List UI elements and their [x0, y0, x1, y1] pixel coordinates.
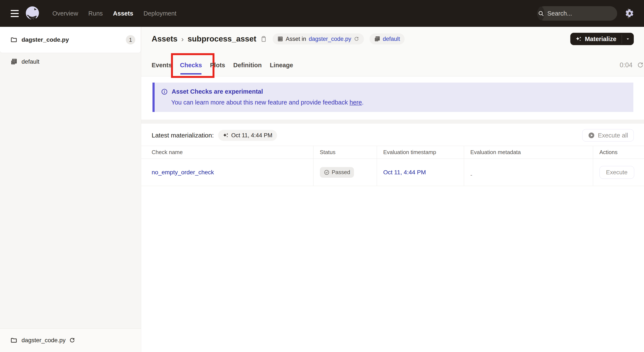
materialize-split-button: Materialize	[570, 33, 634, 45]
gear-icon[interactable]	[624, 8, 634, 18]
latest-materialization-label: Latest materialization:	[152, 132, 214, 139]
execute-all-label: Execute all	[598, 132, 628, 139]
search-box[interactable]: /	[537, 6, 617, 21]
banner-body: You can learn more about this new featur…	[171, 99, 627, 106]
table-header-row: Check name Status Evaluation timestamp E…	[141, 146, 644, 159]
breadcrumb-assets-link[interactable]: Assets	[152, 34, 178, 43]
search-input[interactable]	[547, 10, 628, 17]
column-check-name: Check name	[141, 146, 313, 159]
sidebar-item-label: dagster_code.py	[22, 36, 69, 43]
evaluation-metadata-value: -	[464, 159, 593, 186]
sidebar-item-label: default	[22, 58, 40, 65]
sidebar-code-location[interactable]: dagster_code.py	[0, 328, 141, 352]
nav-right: /	[537, 6, 634, 21]
breadcrumb: Assets › subprocess_asset Asset in dagst…	[152, 33, 634, 45]
check-circle-icon	[324, 169, 330, 175]
refresh-icon[interactable]	[637, 61, 644, 69]
tab-plots[interactable]: Plots	[210, 54, 225, 76]
asset-definition-chip[interactable]: Asset in dagster_code.py	[272, 33, 364, 44]
reload-icon[interactable]	[69, 337, 76, 344]
code-location-label: dagster_code.py	[22, 337, 66, 344]
materialization-timestamp-chip[interactable]: Oct 11, 4:44 PM	[218, 130, 277, 141]
sidebar-item-dagster-code[interactable]: dagster_code.py 1	[0, 27, 141, 53]
column-actions: Actions	[593, 146, 644, 159]
nav-item-deployment[interactable]: Deployment	[144, 10, 176, 17]
check-name-link[interactable]: no_empty_order_check	[152, 169, 214, 176]
main-content: Assets › subprocess_asset Asset in dagst…	[141, 27, 644, 352]
section-divider	[141, 120, 644, 124]
page-title: subprocess_asset	[188, 34, 256, 43]
column-evaluation-timestamp: Evaluation timestamp	[377, 146, 464, 159]
nav-item-assets[interactable]: Assets	[113, 10, 133, 17]
info-icon	[161, 88, 168, 95]
evaluation-timestamp-link[interactable]: Oct 11, 4:44 PM	[383, 169, 426, 176]
hamburger-menu-icon[interactable]	[11, 10, 19, 17]
banner-body-text: You can learn more about this new featur…	[171, 99, 350, 106]
refresh-timer: 0:04	[620, 54, 644, 76]
asset-tabs: Events Checks Plots Definition Lineage	[152, 54, 634, 76]
asset-sidebar: dagster_code.py 1 default dagster_code.p…	[0, 27, 141, 352]
materialization-timestamp: Oct 11, 4:44 PM	[231, 132, 272, 139]
group-chip-link[interactable]: default	[383, 36, 400, 42]
status-label: Passed	[332, 169, 350, 176]
tab-definition[interactable]: Definition	[233, 54, 262, 76]
checks-table: Check name Status Evaluation timestamp E…	[141, 146, 644, 186]
execute-all-button[interactable]: Execute all	[582, 129, 634, 141]
asset-group-icon	[10, 58, 17, 65]
chevron-down-icon	[625, 36, 630, 42]
nav-links: Overview Runs Assets Deployment	[52, 10, 176, 17]
table-row: no_empty_order_check Passed Oct 11, 4:44…	[141, 159, 644, 186]
tab-checks-label: Checks	[180, 62, 202, 69]
asset-group-chip[interactable]: default	[370, 33, 405, 44]
materialize-button[interactable]: Materialize	[570, 33, 622, 45]
tab-lineage[interactable]: Lineage	[270, 54, 293, 76]
asset-count-badge: 1	[126, 35, 135, 44]
execute-button[interactable]: Execute	[600, 166, 634, 179]
feedback-link[interactable]: here	[350, 99, 362, 106]
sparkle-icon	[576, 36, 582, 42]
refresh-icon[interactable]	[354, 36, 359, 42]
timer-value: 0:04	[620, 61, 632, 69]
sparkle-icon	[223, 133, 229, 138]
materialize-dropdown-button[interactable]	[622, 33, 634, 45]
top-nav: Overview Runs Assets Deployment /	[0, 0, 644, 27]
asset-group-icon	[374, 36, 380, 42]
table-icon	[277, 36, 283, 42]
sidebar-item-default-group[interactable]: default	[0, 53, 141, 70]
status-badge: Passed	[320, 167, 354, 178]
experimental-banner: Asset Checks are experimental You can le…	[152, 83, 633, 112]
search-icon	[538, 6, 544, 20]
column-status: Status	[313, 146, 377, 159]
dagster-app: Overview Runs Assets Deployment / dagste	[0, 0, 644, 352]
latest-materialization-row: Latest materialization: Oct 11, 4:44 PM …	[141, 124, 644, 146]
banner-section: Asset Checks are experimental You can le…	[141, 76, 644, 120]
folder-icon	[10, 36, 17, 43]
asset-chip-prefix: Asset in	[286, 36, 306, 42]
breadcrumb-separator: ›	[181, 35, 184, 43]
tab-checks[interactable]: Checks	[180, 54, 202, 76]
column-evaluation-metadata: Evaluation metadata	[464, 146, 593, 159]
checks-section: Latest materialization: Oct 11, 4:44 PM …	[141, 124, 644, 186]
copy-icon[interactable]	[260, 35, 267, 42]
banner-title: Asset Checks are experimental	[172, 88, 263, 95]
materialize-label: Materialize	[585, 35, 616, 42]
active-tab-underline	[180, 73, 202, 74]
dagster-logo[interactable]	[25, 6, 40, 21]
nav-item-overview[interactable]: Overview	[52, 10, 78, 17]
banner-body-suffix: .	[362, 99, 364, 106]
folder-icon	[10, 337, 17, 344]
tab-events[interactable]: Events	[152, 54, 172, 76]
nav-item-runs[interactable]: Runs	[88, 10, 103, 17]
asset-chip-code-link[interactable]: dagster_code.py	[309, 36, 352, 42]
play-circle-icon	[588, 132, 595, 139]
asset-header: Assets › subprocess_asset Asset in dagst…	[141, 27, 644, 76]
